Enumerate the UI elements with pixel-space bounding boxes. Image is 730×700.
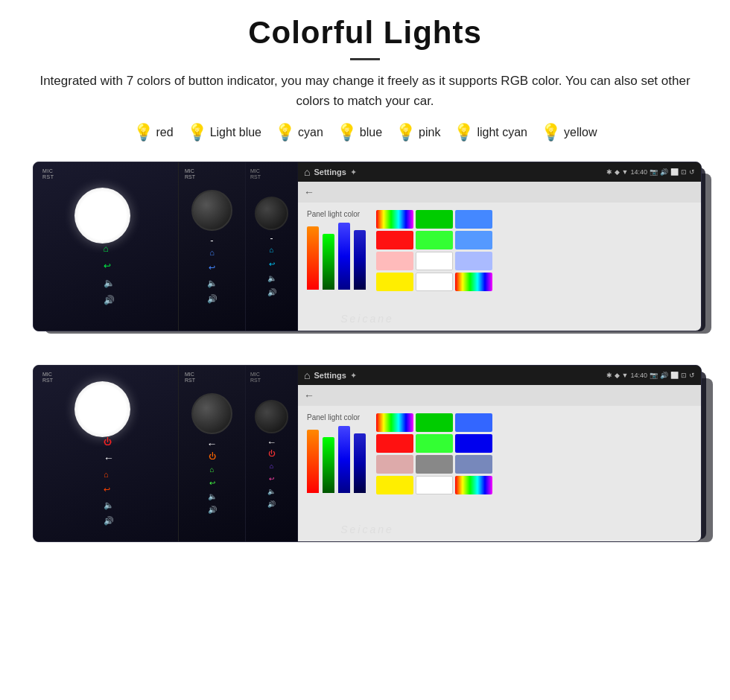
bot-arrow-icon: ← (104, 452, 114, 464)
top-status-bar: ⌂ Settings ✦ ✱ ◆ ▼ 14:40 📷 🔊 ⬜ ⊡ (298, 162, 701, 182)
far-icons: ⌂ ↩ 🔈 🔊 (267, 246, 276, 296)
bot-mid-power-icon: ⏻ (209, 452, 216, 460)
settings-title: Settings (314, 168, 346, 176)
bot-swatch-blue2 (455, 434, 492, 453)
home-icon: ⌂ (104, 244, 115, 254)
bot-window-icon: ⊡ (681, 372, 687, 379)
lightcyan-bulb-icon: 💡 (454, 123, 474, 142)
bot-swatch-rainbow (376, 413, 413, 432)
bot-far-home-icon: ⌂ (270, 462, 273, 470)
rst-label: RST (42, 174, 54, 179)
bot-rst-label: RST (42, 378, 53, 383)
bot-far-rst: RST (250, 378, 261, 383)
color-label-red: red (156, 126, 174, 139)
mid-spk-icon: 🔊 (207, 294, 218, 304)
bot-back-status-icon: ↺ (689, 372, 695, 379)
bottom-device-group: MIC RST ⏻ ← ⌂ ↩ 🔈 🔊 (30, 362, 730, 570)
bot-status-bar: ⌂ Settings ✦ ✱ ◆ ▼ 14:40 📷 🔊 ⬜ ⊡ (298, 366, 701, 385)
top-settings-content: Panel light color (298, 203, 701, 331)
bot-white-circle (74, 381, 130, 437)
bot-camera-icon: 📷 (650, 372, 658, 379)
color-bars-container (307, 223, 366, 290)
bot-far-panel: MIC RST ← ⏻ ⌂ ↩ 🔈 🔊 (246, 366, 298, 541)
pink-bulb-icon: 💡 (396, 123, 416, 142)
swatch-blue1 (455, 210, 492, 229)
speaker-icon: 🔊 (104, 295, 115, 305)
bot-far-icons: ⏻ ⌂ ↩ 🔈 🔊 (267, 450, 276, 508)
color-item-cyan: 💡 cyan (275, 123, 323, 142)
color-item-pink: 💡 pink (396, 123, 440, 142)
bot-settings-content: Panel light color (298, 406, 701, 541)
bar-blue-dark (338, 223, 350, 290)
lightblue-bulb-icon: 💡 (187, 123, 207, 142)
bot-swatch-green1 (416, 413, 453, 432)
back-arrow-icon[interactable]: ← (304, 186, 314, 198)
swatch-rainbow (376, 210, 413, 229)
bar-blue-light (354, 230, 366, 290)
color-item-yellow: 💡 yellow (541, 123, 597, 142)
panel-light-container: Panel light color (307, 210, 366, 323)
settings-pin-icon: ✦ (350, 168, 357, 177)
bot-mic-label: MIC (42, 372, 53, 377)
white-circle (74, 188, 130, 244)
bot-mid-spk-icon: 🔊 (208, 506, 217, 514)
top-screen: ⌂ Settings ✦ ✱ ◆ ▼ 14:40 📷 🔊 ⬜ ⊡ (298, 162, 701, 331)
bot-back-icon: ↩ (104, 485, 114, 494)
cyan-bulb-icon: 💡 (275, 123, 295, 142)
home-status-icon: ⌂ (304, 166, 310, 178)
bot-mid-panel: MIC RST ← ⏻ ⌂ ↩ 🔈 🔊 (179, 366, 246, 541)
bot-home-status-icon: ⌂ (304, 369, 310, 381)
bot-far-labels: MIC RST (250, 372, 261, 383)
color-label-blue: blue (360, 126, 382, 139)
color-label-yellow: yellow (564, 126, 597, 139)
camera-icon: 📷 (650, 168, 658, 176)
description-text: Integrated with 7 colors of button indic… (30, 71, 700, 111)
color-item-red: 💡 red (133, 123, 174, 142)
color-item-blue: 💡 blue (337, 123, 382, 142)
back-status-icon: ↺ (689, 168, 695, 176)
mid-knob (191, 190, 232, 231)
bottom-main-unit: MIC RST ⏻ ← ⌂ ↩ 🔈 🔊 (33, 365, 702, 542)
mid-mic-label: MIC (185, 168, 195, 174)
color-label-cyan: cyan (298, 126, 323, 139)
far-rst-label: RST (250, 174, 261, 179)
color-item-lightcyan: 💡 light cyan (454, 123, 527, 142)
vol-status-icon: 🔊 (660, 168, 668, 176)
bot-app-bar: ← (298, 385, 701, 406)
bot-panel-light-container: Panel light color (307, 413, 366, 534)
bot-time-display: 14:40 (630, 372, 647, 379)
bot-mid-vol-icon: 🔈 (208, 492, 217, 500)
time-display: 14:40 (630, 168, 647, 176)
color-label-lightcyan: light cyan (477, 126, 527, 139)
far-back-icon: ↩ (269, 260, 275, 268)
devices-section: MIC RST ⌂ ↩ 🔈 🔊 MIC (30, 159, 700, 570)
color-label-lightblue: Light blue (210, 126, 261, 139)
mid-icons: ⌂ ↩ 🔈 🔊 (207, 248, 218, 304)
title-section: Colorful Lights Integrated with 7 colors… (30, 15, 700, 111)
blue-bulb-icon: 💡 (337, 123, 357, 142)
bot-back-arrow-icon[interactable]: ← (304, 389, 314, 401)
mid-vol-icon: 🔈 (207, 279, 218, 288)
top-left-panel: MIC RST ⌂ ↩ 🔈 🔊 (34, 162, 179, 331)
bot-mid-home-icon: ⌂ (209, 465, 214, 474)
back-icon: ↩ (104, 261, 115, 271)
mid-rst-label: RST (185, 174, 195, 179)
color-swatches-top (376, 210, 492, 323)
red-bulb-icon: 💡 (133, 123, 153, 142)
top-mid-panel: MIC RST - ⌂ ↩ 🔈 🔊 (179, 162, 246, 331)
bluetooth-icon: ✱ (606, 168, 612, 176)
bot-swatch-slate1 (455, 455, 492, 474)
swatch-pink1 (376, 252, 413, 270)
far-spk-icon: 🔊 (267, 288, 276, 296)
bar-green (323, 234, 334, 290)
bot-bluetooth-icon: ✱ (606, 372, 612, 379)
swatch-blue2 (455, 231, 492, 249)
bot-far-vol-icon: 🔈 (267, 488, 276, 495)
bot-mid-icons: ⏻ ⌂ ↩ 🔈 🔊 (208, 452, 217, 514)
bot-screen-icon: ⬜ (670, 372, 679, 379)
mid-back-icon: ↩ (209, 263, 215, 273)
far-mic-label: MIC (250, 168, 261, 174)
bot-mid-labels: MIC RST (185, 372, 195, 383)
mic-label: MIC (42, 168, 54, 174)
bot-bar-blue-dark (338, 426, 350, 493)
